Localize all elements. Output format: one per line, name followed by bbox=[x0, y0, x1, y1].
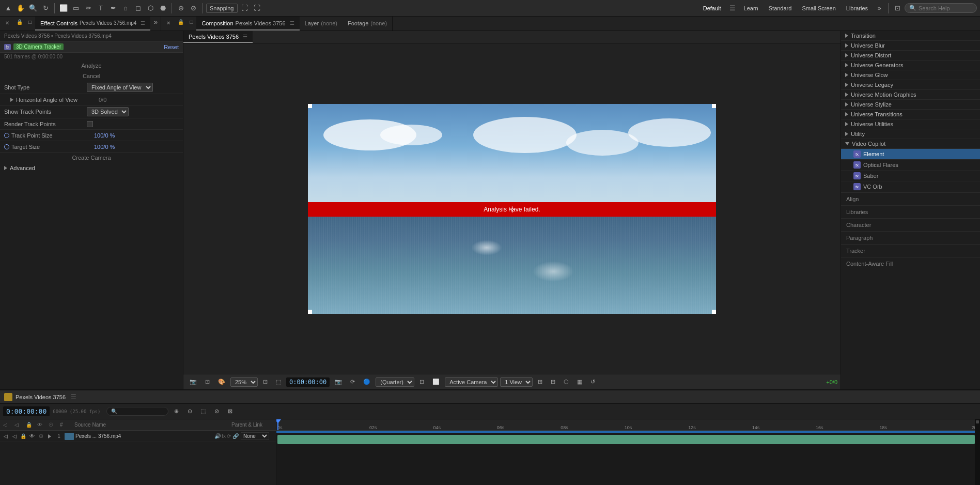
effect-name[interactable]: 3D Camera Tracker bbox=[13, 43, 64, 50]
shape-tool[interactable]: ▭ bbox=[71, 3, 81, 13]
viewer-color-btn[interactable]: 🎨 bbox=[215, 377, 228, 386]
tab-layer[interactable]: Layer (none) bbox=[300, 17, 343, 31]
viewer-grid-btn[interactable]: ⊞ bbox=[535, 377, 546, 386]
rectangle-select-tool[interactable]: ⬜ bbox=[58, 3, 69, 13]
zoom-tool[interactable]: 🔍 bbox=[28, 3, 38, 13]
panel-expand-icon[interactable]: » bbox=[150, 17, 161, 27]
effect-vc-orb[interactable]: fx VC Orb bbox=[841, 181, 980, 192]
cancel-button[interactable]: Cancel bbox=[0, 71, 183, 81]
section-align[interactable]: Align bbox=[841, 192, 980, 205]
eraser-tool[interactable]: ◻ bbox=[133, 3, 143, 13]
prop-shot-type-select[interactable]: Fixed Angle of View bbox=[87, 83, 153, 92]
section-libraries[interactable]: Libraries bbox=[841, 205, 980, 218]
workspace-menu-icon[interactable]: ☰ bbox=[727, 3, 738, 13]
category-universe-glow[interactable]: Universe Glow bbox=[841, 70, 980, 80]
prop-target-size-value[interactable]: 100/0 % bbox=[94, 144, 115, 150]
tab-composition[interactable]: Composition Pexels Videos 3756 ☰ bbox=[196, 17, 299, 31]
tab-viewer[interactable]: Pexels Videos 3756 ☰ bbox=[183, 31, 253, 43]
corner-handle-tl[interactable] bbox=[308, 104, 312, 108]
viewer-fit-btn[interactable]: ⊡ bbox=[260, 377, 271, 386]
parent-select[interactable]: None bbox=[241, 432, 269, 440]
timeline-toggle-collapse[interactable]: ⊘ bbox=[211, 406, 222, 417]
timeline-toggle-continuous[interactable]: ⬚ bbox=[197, 406, 209, 417]
clone-tool[interactable]: ⌂ bbox=[120, 3, 131, 13]
workspace-small[interactable]: Small Screen bbox=[798, 4, 839, 12]
track-eye-toggle[interactable]: 👁 bbox=[28, 433, 36, 440]
workspace-learn[interactable]: Learn bbox=[740, 4, 763, 12]
category-universe-blur[interactable]: Universe Blur bbox=[841, 41, 980, 51]
track-expand-arrow[interactable] bbox=[46, 434, 53, 438]
viewer-tab-menu[interactable]: ☰ bbox=[243, 34, 247, 39]
camera-select[interactable]: Active Camera bbox=[445, 377, 498, 387]
comp-close-icon[interactable]: ✕ bbox=[166, 20, 170, 26]
viewer-layout-btn[interactable]: ▦ bbox=[574, 377, 585, 386]
view-count-select[interactable]: 1 View bbox=[500, 377, 533, 387]
section-content-aware[interactable]: Content-Aware Fill bbox=[841, 257, 980, 270]
expand-icon[interactable]: ⛶ bbox=[240, 3, 250, 13]
workspace-default[interactable]: Default bbox=[699, 4, 725, 12]
close-icon[interactable]: ✕ bbox=[5, 20, 9, 26]
prop-track-point-size-value[interactable]: 100/0 % bbox=[94, 132, 115, 139]
puppet-pin-tool[interactable]: ⬣ bbox=[158, 3, 168, 13]
pen-tool[interactable]: ✏ bbox=[83, 3, 94, 13]
effect-saber[interactable]: fx Saber bbox=[841, 171, 980, 181]
viewer-motion-blur-btn[interactable]: ⟳ bbox=[347, 377, 358, 386]
viewer-alpha-btn[interactable]: ⬜ bbox=[429, 377, 443, 386]
viewer-quality-btn[interactable]: ⊡ bbox=[416, 377, 427, 386]
corner-handle-br[interactable] bbox=[712, 310, 716, 314]
section-character[interactable]: Character bbox=[841, 218, 980, 231]
corner-handle-bl[interactable] bbox=[308, 310, 312, 314]
viewer-reset-btn[interactable]: ↺ bbox=[587, 377, 598, 386]
create-camera-button[interactable]: Create Camera bbox=[0, 153, 183, 163]
viewer-region-btn[interactable]: ⊡ bbox=[202, 377, 213, 386]
graph-icon[interactable]: ⊘ bbox=[188, 3, 198, 13]
snapping-button[interactable]: Snapping bbox=[206, 4, 238, 13]
tab-footage[interactable]: Footage (none) bbox=[343, 17, 392, 31]
prop-show-track-select[interactable]: 3D Solved bbox=[87, 107, 129, 116]
analyze-button[interactable]: Analyze bbox=[0, 60, 183, 71]
timeline-clip-1[interactable] bbox=[277, 435, 975, 444]
tab-settings-icon[interactable]: ☰ bbox=[141, 20, 145, 26]
category-utility[interactable]: Utility bbox=[841, 129, 980, 139]
viewer-snapshot-btn[interactable]: 📷 bbox=[186, 377, 200, 386]
monitor-icon[interactable]: ⊡ bbox=[892, 3, 903, 13]
corner-handle-tr[interactable] bbox=[712, 104, 716, 108]
timeline-search-input[interactable] bbox=[106, 407, 168, 416]
viewer-region-btn2[interactable]: ⬚ bbox=[273, 377, 284, 386]
timeline-timecode[interactable]: 0:00:00:00 bbox=[3, 406, 50, 416]
comp-close[interactable]: ✕ bbox=[161, 17, 176, 31]
section-tracker[interactable]: Tracker bbox=[841, 244, 980, 257]
track-audio-toggle[interactable]: ◁ bbox=[11, 433, 18, 440]
track-solo-toggle[interactable]: ☉ bbox=[37, 433, 44, 440]
category-universe-legacy[interactable]: Universe Legacy bbox=[841, 80, 980, 90]
track-lock-toggle[interactable]: 🔒 bbox=[20, 433, 27, 440]
panel-camera-icon[interactable]: □ bbox=[25, 17, 35, 27]
fullscreen-icon[interactable]: ⛶ bbox=[252, 3, 262, 13]
comp-lock-icon[interactable]: 🔒 bbox=[176, 17, 186, 27]
prop-render-track-checkbox[interactable] bbox=[87, 121, 93, 127]
workspace-libraries[interactable]: Libraries bbox=[842, 4, 872, 12]
viewer-camera-btn[interactable]: 📷 bbox=[332, 377, 345, 386]
panel-lock-icon[interactable]: 🔒 bbox=[14, 17, 25, 27]
effect-controls-close[interactable]: ✕ bbox=[0, 17, 14, 31]
category-universe-transitions[interactable]: Universe Transitions bbox=[841, 110, 980, 119]
category-transition[interactable]: Transition bbox=[841, 31, 980, 41]
puppet-tool[interactable]: ⬡ bbox=[145, 3, 155, 13]
category-universe-utilities[interactable]: Universe Utilities bbox=[841, 119, 980, 129]
category-video-copilot[interactable]: Video Copilot bbox=[841, 139, 980, 149]
viewer-snap-btn[interactable]: ⊟ bbox=[548, 377, 558, 386]
tab-effect-controls[interactable]: Effect Controls Pexels Videos 3756.mp4 ☰ bbox=[35, 17, 150, 31]
timeline-toggle-solo[interactable]: ⊕ bbox=[170, 406, 182, 417]
reset-button[interactable]: Reset bbox=[164, 44, 179, 50]
category-universe-generators[interactable]: Universe Generators bbox=[841, 60, 980, 70]
select-tool[interactable]: ▲ bbox=[3, 3, 13, 13]
workspace-standard[interactable]: Standard bbox=[765, 4, 796, 12]
search-input[interactable] bbox=[919, 5, 970, 11]
timeline-right-scroll[interactable] bbox=[975, 419, 980, 485]
timeline-toggle-shy[interactable]: ⊙ bbox=[184, 406, 195, 417]
track-vis-toggle[interactable]: ◁ bbox=[2, 433, 9, 440]
pencil-tool[interactable]: ✒ bbox=[108, 3, 118, 13]
comp-cam-icon[interactable]: □ bbox=[186, 17, 196, 27]
viewer-color-wheel-btn[interactable]: 🔵 bbox=[360, 377, 374, 386]
zoom-select[interactable]: 25% bbox=[230, 377, 258, 387]
